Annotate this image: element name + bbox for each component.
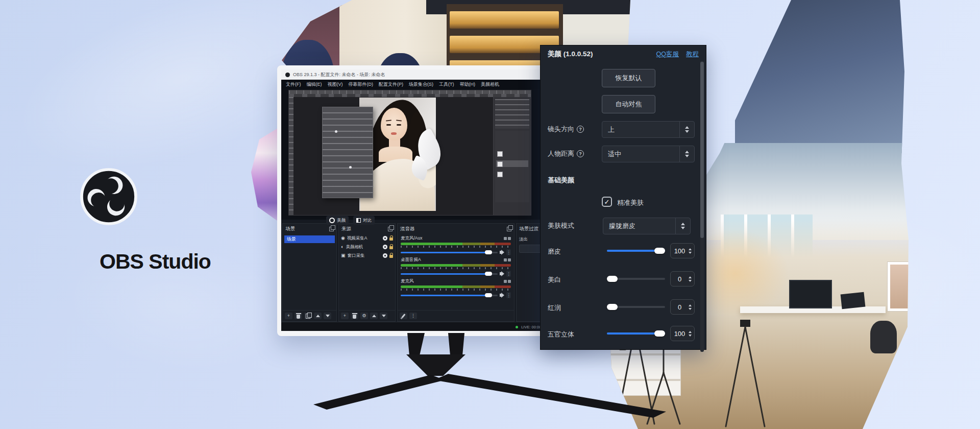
photo-shape <box>396 120 402 121</box>
photo-shape <box>397 124 401 126</box>
preview-overlay-button-compare[interactable]: 对比 <box>353 216 375 225</box>
move-source-up-button[interactable] <box>370 313 378 319</box>
auto-focus-button[interactable]: 自动对焦 <box>602 95 655 113</box>
rosy-value-box[interactable]: 0 <box>670 299 695 315</box>
visibility-icon[interactable] <box>383 245 387 249</box>
skin-mode-value: 朦胧磨皮 <box>603 222 675 231</box>
captured-photoshop-window <box>288 90 531 216</box>
preview-overlay-button-beauty[interactable]: 美颜 <box>326 216 349 225</box>
menu-scene-collection[interactable]: 场景集合(S) <box>409 81 433 88</box>
lock-icon[interactable] <box>389 255 393 258</box>
add-source-button[interactable]: + <box>341 313 349 319</box>
channel-label: 麦克风 <box>401 278 414 284</box>
popout-icon[interactable] <box>388 227 393 231</box>
smoothing-slider[interactable] <box>607 247 665 254</box>
qq-support-link[interactable]: QQ客服 <box>656 50 679 59</box>
source-item[interactable]: ◐ 美颜相机 <box>339 243 395 251</box>
help-icon[interactable]: ? <box>577 150 584 157</box>
lock-icon[interactable] <box>389 237 393 241</box>
speaker-icon[interactable] <box>500 272 502 275</box>
move-scene-up-button[interactable] <box>314 313 322 319</box>
visibility-icon[interactable] <box>383 253 387 258</box>
precise-skin-checkbox[interactable] <box>602 197 612 207</box>
photo-shape <box>497 151 503 157</box>
slider-knob[interactable] <box>607 276 618 282</box>
window-source-icon: ▣ <box>341 253 346 258</box>
chevron-down-icon <box>382 315 386 317</box>
tutorial-link[interactable]: 教程 <box>686 50 699 59</box>
mixer-channel: 麦克风/Aux ⋮ <box>398 234 514 255</box>
volume-meter <box>401 243 511 245</box>
photo-shape <box>497 172 503 177</box>
person-distance-select[interactable]: 适中 <box>602 146 695 162</box>
remove-source-button[interactable] <box>351 313 358 319</box>
channel-menu-button[interactable]: ⋮ <box>506 271 511 277</box>
source-properties-button[interactable]: ⚙ <box>360 313 368 319</box>
ps-toolbar <box>289 90 531 94</box>
mixer-settings-button[interactable]: ⋮ <box>409 313 417 319</box>
restore-defaults-button[interactable]: 恢复默认 <box>602 69 655 87</box>
help-icon[interactable]: ? <box>577 126 584 133</box>
chevron-up-icon <box>372 315 376 317</box>
move-source-down-button[interactable] <box>380 313 387 319</box>
mixer-channel: 桌面音频A ⋮ <box>398 255 514 277</box>
menu-tools[interactable]: 工具(T) <box>439 81 454 88</box>
menu-profile[interactable]: 配置文件(P) <box>379 81 403 88</box>
overlay-button-label: 美颜 <box>337 218 346 224</box>
channel-icons <box>504 258 511 261</box>
visibility-icon[interactable] <box>383 236 387 241</box>
volume-slider[interactable] <box>401 273 498 275</box>
menu-beauty-camera[interactable]: 美颜相机 <box>481 81 499 88</box>
slider-knob[interactable] <box>654 248 665 254</box>
smoothing-value-box[interactable]: 100 <box>670 243 695 258</box>
skin-mode-select[interactable]: 朦胧磨皮 <box>603 218 691 234</box>
popout-icon[interactable] <box>329 227 334 231</box>
camera-source-icon: ◉ <box>341 236 345 241</box>
whitening-slider[interactable] <box>607 275 665 282</box>
volume-meter <box>401 285 511 288</box>
channel-menu-button[interactable]: ⋮ <box>506 249 511 255</box>
beauty-filter-panel: 美颜 (1.0.0.52) QQ客服 教程 恢复默认 自动对焦 镜头方向 ? 上… <box>540 45 706 350</box>
sources-toolbar: + ⚙ <box>339 310 395 321</box>
toggle-icon <box>329 218 335 223</box>
photo-shape <box>391 132 397 135</box>
source-item[interactable]: ◉ 视频采集A <box>339 234 395 243</box>
duplicate-scene-button[interactable] <box>304 313 312 319</box>
volume-slider[interactable] <box>401 295 498 296</box>
channel-menu-button[interactable]: ⋮ <box>506 292 511 298</box>
move-scene-down-button[interactable] <box>324 313 331 319</box>
photo-shape <box>497 161 503 167</box>
panel-scrollbar-thumb[interactable] <box>700 62 704 238</box>
popout-icon[interactable] <box>507 227 511 231</box>
spinner-arrows-icon[interactable] <box>689 304 692 310</box>
obs-logo-text: OBS Studio <box>28 250 283 274</box>
speaker-icon[interactable] <box>500 294 502 297</box>
slider-knob[interactable] <box>607 304 618 310</box>
menu-edit[interactable]: 编辑(E) <box>307 81 322 88</box>
add-scene-button[interactable]: + <box>285 313 292 319</box>
lock-icon[interactable] <box>389 246 393 249</box>
volume-slider-row: ⋮ <box>401 292 511 298</box>
menu-file[interactable]: 文件(F) <box>286 81 301 88</box>
spinner-arrows-icon[interactable] <box>689 276 692 282</box>
volume-slider-row: ⋮ <box>401 249 511 255</box>
scene-item-selected[interactable]: 场景 <box>284 235 335 243</box>
menu-help[interactable]: 帮助(H) <box>460 81 476 88</box>
source-item[interactable]: ▣ 窗口采集 <box>339 251 395 260</box>
spinner-arrows-icon[interactable] <box>689 248 692 254</box>
menu-docks[interactable]: 停靠部件(D) <box>349 81 374 88</box>
camera-direction-select[interactable]: 上 <box>602 121 695 138</box>
spinner-arrows-icon[interactable] <box>689 331 692 337</box>
face-3d-value-box[interactable]: 100 <box>670 326 695 341</box>
whitening-value-box[interactable]: 0 <box>670 271 695 287</box>
menu-view[interactable]: 视图(V) <box>328 81 343 88</box>
scenes-dock-header: 场景 <box>283 224 336 234</box>
remove-scene-button[interactable] <box>295 313 302 319</box>
speaker-icon[interactable] <box>500 251 502 254</box>
rosy-slider[interactable] <box>607 303 665 311</box>
volume-slider[interactable] <box>401 252 498 253</box>
mixer-filters-button[interactable] <box>400 313 407 319</box>
sources-dock-header: 来源 <box>339 224 395 234</box>
slider-knob[interactable] <box>654 330 665 337</box>
face-3d-slider[interactable] <box>607 330 665 337</box>
